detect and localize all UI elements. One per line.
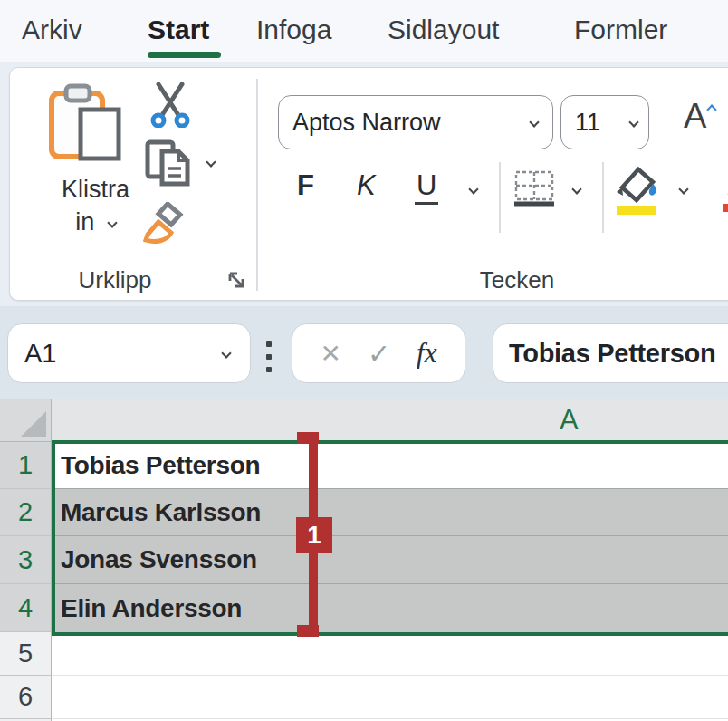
underline-dropdown-icon[interactable]	[468, 184, 478, 194]
formula-controls: ✕ ✓ fx	[292, 323, 465, 383]
row-header-4[interactable]: 4	[0, 584, 52, 632]
active-tab-indicator	[148, 52, 221, 58]
table-row: 1 Tobias Petterson	[0, 442, 728, 489]
fill-color-button[interactable]	[615, 164, 658, 220]
cell-reference: A1	[8, 339, 223, 369]
tab-sidlayout[interactable]: Sidlayout	[388, 14, 499, 45]
group-divider	[256, 79, 258, 291]
font-size-value: 11	[561, 109, 630, 137]
grow-font-letter: A	[684, 97, 706, 135]
paste-clipboard-icon[interactable]	[46, 82, 126, 166]
borders-button[interactable]	[513, 169, 555, 211]
italic-button[interactable]: K	[357, 169, 376, 202]
underline-button[interactable]: U	[415, 169, 438, 202]
font-group-label: Tecken	[445, 266, 589, 294]
excel-window: Arkiv Start Infoga Sidlayout Formler Kli…	[0, 0, 728, 721]
row-header-6[interactable]: 6	[0, 676, 52, 719]
ribbon-tab-bar: Arkiv Start Infoga Sidlayout Formler	[0, 0, 728, 62]
column-header-a[interactable]: A	[52, 399, 728, 442]
table-row: 5	[0, 632, 728, 676]
row-header-5[interactable]: 5	[0, 632, 52, 676]
fill-color-dropdown-icon[interactable]	[678, 184, 688, 194]
chevron-down-icon	[628, 117, 638, 127]
underline-letter: U	[415, 169, 438, 205]
row-header-3[interactable]: 3	[0, 536, 52, 584]
chevron-down-icon	[529, 117, 539, 127]
divider	[602, 162, 604, 233]
clipboard-group-label: Urklipp	[43, 266, 187, 294]
formula-input[interactable]: Tobias Petterson	[493, 323, 728, 383]
formula-value: Tobias Petterson	[493, 339, 715, 369]
copy-dropdown-icon[interactable]	[206, 157, 216, 167]
font-color-letter: A	[723, 169, 728, 202]
fill-color-icon	[615, 164, 658, 216]
formula-bar-drag-handle[interactable]	[266, 341, 272, 380]
format-painter-icon	[142, 202, 189, 245]
borders-dropdown-icon[interactable]	[571, 184, 581, 194]
table-row: 6	[0, 676, 728, 719]
tab-infoga[interactable]: Infoga	[256, 14, 331, 45]
scissors-icon	[149, 81, 191, 128]
column-header-label: A	[560, 404, 579, 437]
paste-dropdown-icon	[107, 217, 117, 227]
borders-icon	[513, 169, 555, 207]
paste-label-line2: in	[75, 208, 94, 236]
cell-a3[interactable]: Jonas Svensson	[52, 536, 728, 584]
divider	[499, 162, 501, 233]
cancel-icon[interactable]: ✕	[321, 339, 341, 369]
font-name-value: Aptos Narrow	[279, 109, 531, 137]
insert-function-icon[interactable]: fx	[417, 337, 436, 370]
spreadsheet-grid: A 1 Tobias Petterson 2 Marcus Karlsson 3…	[0, 399, 728, 721]
enter-icon[interactable]: ✓	[368, 338, 390, 370]
caret-up-icon	[707, 104, 717, 114]
table-row: 2 Marcus Karlsson	[0, 489, 728, 536]
tab-arkiv[interactable]: Arkiv	[22, 14, 82, 45]
tab-start[interactable]: Start	[148, 14, 209, 45]
ribbon-panel: Klistra in	[9, 67, 728, 301]
name-box-chevron-icon	[221, 348, 231, 358]
cell-a2[interactable]: Marcus Karlsson	[52, 489, 728, 536]
font-color-button[interactable]: A	[723, 169, 728, 212]
table-row: 3 Jonas Svensson	[0, 536, 728, 584]
cell-a1[interactable]: Tobias Petterson	[52, 442, 728, 489]
copy-icon	[144, 139, 193, 187]
increase-font-size-button[interactable]: A	[684, 97, 714, 136]
cell-a6[interactable]	[52, 676, 728, 719]
font-size-select[interactable]: 11	[560, 95, 649, 149]
row-header-1[interactable]: 1	[0, 442, 52, 489]
cell-a5[interactable]	[52, 632, 728, 676]
font-name-select[interactable]: Aptos Narrow	[278, 95, 553, 149]
row-header-2[interactable]: 2	[0, 489, 52, 536]
column-header-row: A	[0, 399, 728, 442]
table-row: 4 Elin Andersson	[0, 584, 728, 632]
cell-a4[interactable]: Elin Andersson	[52, 584, 728, 632]
select-all-triangle-icon	[21, 411, 46, 437]
name-box[interactable]: A1	[7, 323, 251, 383]
select-all-button[interactable]	[0, 399, 52, 442]
formula-bar-region: A1 ✕ ✓ fx Tobias Petterson	[0, 306, 728, 399]
bold-button[interactable]: F	[297, 169, 314, 202]
font-color-bar	[723, 204, 728, 212]
paste-label-line1: Klistra	[30, 173, 161, 206]
cut-button[interactable]	[149, 81, 191, 131]
format-painter-button[interactable]	[142, 202, 189, 249]
clipboard-dialog-launcher[interactable]	[227, 271, 247, 294]
copy-button[interactable]	[144, 139, 193, 191]
tab-formler[interactable]: Formler	[574, 14, 667, 45]
